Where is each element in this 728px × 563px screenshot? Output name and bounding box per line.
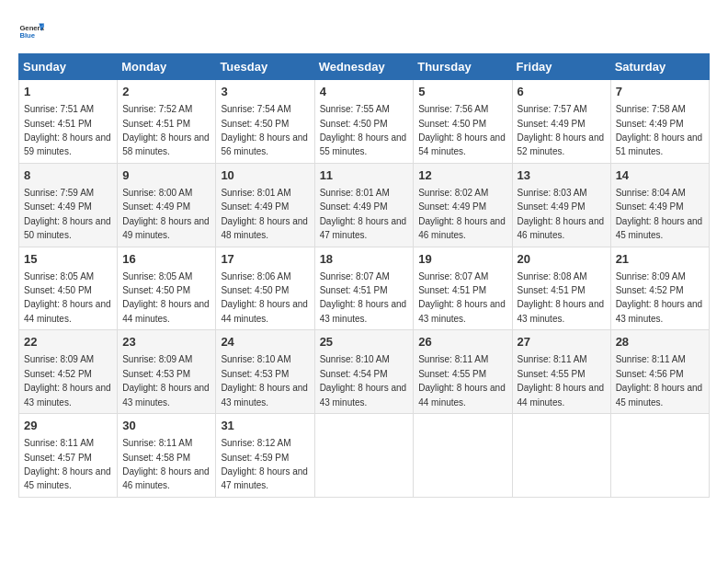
sunrise-text: Sunrise: 8:03 AM [518, 188, 587, 198]
day-number: 7 [616, 84, 704, 100]
sunrise-text: Sunrise: 8:06 AM [221, 271, 290, 282]
calendar-cell: 6Sunrise: 7:57 AMSunset: 4:49 PMDaylight… [512, 80, 610, 164]
daylight-text: Daylight: 8 hours and 44 minutes. [122, 299, 210, 323]
calendar-cell: 1Sunrise: 7:51 AMSunset: 4:51 PMDaylight… [19, 80, 118, 164]
sunset-text: Sunset: 4:50 PM [418, 119, 486, 129]
day-number: 22 [24, 334, 112, 350]
daylight-text: Daylight: 8 hours and 47 minutes. [320, 216, 407, 240]
daylight-text: Daylight: 8 hours and 43 minutes. [518, 299, 605, 323]
day-number: 15 [24, 251, 112, 268]
calendar-cell: 25Sunrise: 8:10 AMSunset: 4:54 PMDayligh… [314, 330, 414, 414]
calendar-cell: 11Sunrise: 8:01 AMSunset: 4:49 PMDayligh… [314, 163, 414, 247]
day-number: 23 [122, 334, 210, 350]
calendar-cell: 12Sunrise: 8:02 AMSunset: 4:49 PMDayligh… [414, 163, 512, 247]
sunset-text: Sunset: 4:51 PM [24, 119, 92, 129]
logo-icon: General Blue [18, 18, 44, 44]
day-number: 18 [320, 251, 409, 268]
daylight-text: Daylight: 8 hours and 45 minutes. [616, 383, 703, 407]
calendar-cell: 5Sunrise: 7:56 AMSunset: 4:50 PMDaylight… [414, 80, 512, 164]
day-number: 14 [616, 167, 704, 184]
calendar-cell: 14Sunrise: 8:04 AMSunset: 4:49 PMDayligh… [610, 163, 709, 247]
day-number: 30 [122, 418, 210, 434]
day-number: 3 [221, 84, 309, 100]
daylight-text: Daylight: 8 hours and 46 minutes. [418, 216, 506, 240]
week-row-2: 8Sunrise: 7:59 AMSunset: 4:49 PMDaylight… [19, 163, 710, 247]
daylight-text: Daylight: 8 hours and 43 minutes. [24, 383, 111, 407]
calendar-cell [314, 414, 414, 498]
sunrise-text: Sunrise: 8:09 AM [24, 354, 94, 364]
sunset-text: Sunset: 4:50 PM [221, 119, 289, 129]
daylight-text: Daylight: 8 hours and 43 minutes. [418, 299, 506, 323]
sunset-text: Sunset: 4:52 PM [24, 369, 92, 379]
daylight-text: Daylight: 8 hours and 48 minutes. [221, 216, 308, 240]
day-number: 24 [221, 334, 309, 350]
daylight-text: Daylight: 8 hours and 44 minutes. [221, 299, 308, 323]
daylight-text: Daylight: 8 hours and 43 minutes. [320, 299, 407, 323]
calendar-cell: 13Sunrise: 8:03 AMSunset: 4:49 PMDayligh… [512, 163, 610, 247]
day-number: 21 [616, 251, 704, 268]
logo: General Blue [18, 18, 48, 44]
daylight-text: Daylight: 8 hours and 49 minutes. [122, 216, 210, 240]
column-header-tuesday: Tuesday [216, 54, 314, 80]
daylight-text: Daylight: 8 hours and 43 minutes. [320, 383, 407, 407]
day-number: 10 [221, 167, 309, 184]
sunset-text: Sunset: 4:59 PM [221, 453, 289, 463]
daylight-text: Daylight: 8 hours and 59 minutes. [24, 132, 111, 156]
calendar-cell [512, 414, 610, 498]
day-number: 8 [24, 167, 112, 184]
daylight-text: Daylight: 8 hours and 51 minutes. [616, 132, 703, 156]
sunset-text: Sunset: 4:49 PM [616, 201, 684, 212]
column-header-thursday: Thursday [414, 54, 512, 80]
sunrise-text: Sunrise: 8:00 AM [122, 188, 192, 198]
daylight-text: Daylight: 8 hours and 55 minutes. [320, 132, 407, 156]
day-number: 13 [518, 167, 606, 184]
column-header-wednesday: Wednesday [314, 54, 414, 80]
sunrise-text: Sunrise: 8:09 AM [122, 354, 192, 364]
sunset-text: Sunset: 4:49 PM [616, 119, 684, 129]
daylight-text: Daylight: 8 hours and 44 minutes. [518, 383, 605, 407]
sunrise-text: Sunrise: 8:11 AM [518, 354, 587, 364]
sunset-text: Sunset: 4:49 PM [221, 201, 289, 212]
calendar-cell: 26Sunrise: 8:11 AMSunset: 4:55 PMDayligh… [414, 330, 512, 414]
sunset-text: Sunset: 4:53 PM [122, 369, 190, 379]
daylight-text: Daylight: 8 hours and 56 minutes. [221, 132, 308, 156]
day-number: 1 [24, 84, 112, 100]
daylight-text: Daylight: 8 hours and 46 minutes. [122, 466, 210, 490]
calendar-cell: 15Sunrise: 8:05 AMSunset: 4:50 PMDayligh… [19, 247, 118, 330]
daylight-text: Daylight: 8 hours and 58 minutes. [122, 132, 210, 156]
day-number: 17 [221, 251, 309, 268]
sunset-text: Sunset: 4:49 PM [418, 201, 486, 212]
calendar-cell: 21Sunrise: 8:09 AMSunset: 4:52 PMDayligh… [610, 247, 709, 330]
calendar-cell: 29Sunrise: 8:11 AMSunset: 4:57 PMDayligh… [19, 414, 118, 498]
sunset-text: Sunset: 4:54 PM [320, 369, 388, 379]
sunset-text: Sunset: 4:49 PM [320, 201, 388, 212]
sunset-text: Sunset: 4:49 PM [122, 201, 190, 212]
calendar-cell: 8Sunrise: 7:59 AMSunset: 4:49 PMDaylight… [19, 163, 118, 247]
column-header-friday: Friday [512, 54, 610, 80]
sunrise-text: Sunrise: 8:01 AM [320, 188, 390, 198]
day-number: 12 [418, 167, 506, 184]
sunrise-text: Sunrise: 8:11 AM [122, 438, 192, 448]
day-number: 19 [418, 251, 506, 268]
daylight-text: Daylight: 8 hours and 50 minutes. [24, 216, 111, 240]
sunrise-text: Sunrise: 8:02 AM [418, 188, 488, 198]
calendar-header-row: SundayMondayTuesdayWednesdayThursdayFrid… [19, 54, 710, 80]
sunset-text: Sunset: 4:50 PM [221, 285, 289, 295]
calendar-cell: 4Sunrise: 7:55 AMSunset: 4:50 PMDaylight… [314, 80, 414, 164]
calendar-cell: 9Sunrise: 8:00 AMSunset: 4:49 PMDaylight… [118, 163, 216, 247]
calendar-cell: 31Sunrise: 8:12 AMSunset: 4:59 PMDayligh… [216, 414, 314, 498]
calendar-cell [610, 414, 709, 498]
day-number: 9 [122, 167, 210, 184]
daylight-text: Daylight: 8 hours and 44 minutes. [418, 383, 506, 407]
calendar-table: SundayMondayTuesdayWednesdayThursdayFrid… [18, 53, 710, 498]
daylight-text: Daylight: 8 hours and 45 minutes. [24, 466, 111, 490]
calendar-cell: 17Sunrise: 8:06 AMSunset: 4:50 PMDayligh… [216, 247, 314, 330]
sunset-text: Sunset: 4:51 PM [518, 285, 586, 295]
sunrise-text: Sunrise: 7:57 AM [518, 104, 587, 114]
daylight-text: Daylight: 8 hours and 44 minutes. [24, 299, 111, 323]
day-number: 2 [122, 84, 210, 100]
daylight-text: Daylight: 8 hours and 52 minutes. [518, 132, 605, 156]
calendar-cell: 23Sunrise: 8:09 AMSunset: 4:53 PMDayligh… [118, 330, 216, 414]
calendar-cell: 10Sunrise: 8:01 AMSunset: 4:49 PMDayligh… [216, 163, 314, 247]
sunrise-text: Sunrise: 8:09 AM [616, 271, 686, 282]
